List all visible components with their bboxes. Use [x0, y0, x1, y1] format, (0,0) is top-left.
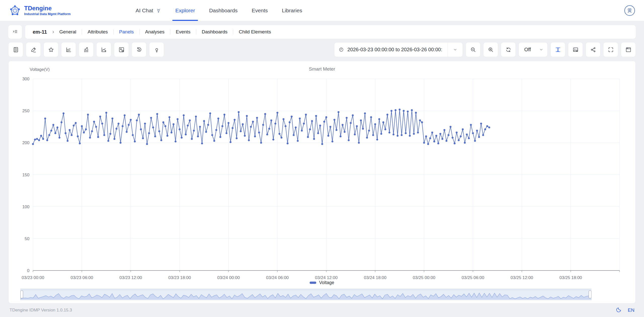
moon-icon	[616, 307, 622, 314]
nav-tab-explorer[interactable]: Explorer	[168, 0, 202, 21]
new-window-button[interactable]	[621, 42, 636, 57]
refresh-interval-select[interactable]: Off	[518, 42, 548, 57]
svg-text:100: 100	[22, 204, 29, 209]
chart-add-icon	[101, 46, 107, 53]
notebook-icon	[13, 46, 19, 53]
time-range-value: 2026-03-23 00:00:00 to 2026-03-26 00:00:	[347, 47, 448, 52]
svg-text:03/23 00:00: 03/23 00:00	[22, 275, 44, 280]
svg-text:03/23 12:00: 03/23 12:00	[119, 275, 142, 280]
nav-tab-label: Events	[252, 8, 268, 14]
voltage-chart-plot[interactable]: 05010015020025030003/23 00:0003/23 06:00…	[9, 61, 636, 287]
user-avatar[interactable]: 黄	[624, 5, 635, 16]
breadcrumb-root[interactable]: em-11	[33, 29, 47, 35]
export-image-button[interactable]	[568, 42, 583, 57]
svg-text:250: 250	[22, 109, 29, 113]
svg-text:03/25 00:00: 03/25 00:00	[413, 275, 435, 280]
refresh-interval-value: Off	[524, 47, 531, 52]
bulb-icon	[153, 46, 160, 53]
insight-button[interactable]	[149, 42, 164, 57]
brand-title: TDengine	[24, 5, 71, 12]
star-icon	[48, 46, 54, 53]
fullscreen-icon	[608, 46, 614, 53]
app-header: TDengine Industrial Data Mgmt Platform A…	[0, 0, 644, 21]
crumb-tab-dashboards[interactable]: Dashboards	[202, 29, 227, 35]
main-nav: AI ChatExplorerDashboardsEventsLibraries	[129, 0, 309, 21]
language-switch[interactable]: EN	[628, 307, 634, 313]
edit-button[interactable]	[26, 42, 41, 57]
scrubber-left-handle[interactable]	[21, 291, 23, 298]
svg-text:03/25 12:00: 03/25 12:00	[510, 275, 533, 280]
zoom-in-button[interactable]	[483, 42, 498, 57]
zoom-out-icon	[470, 46, 476, 53]
fullscreen-button[interactable]	[603, 42, 618, 57]
scrubber-right-handle[interactable]	[589, 291, 591, 298]
sidebar-toggle-button[interactable]	[8, 25, 22, 39]
nav-tab-label: AI Chat	[136, 8, 153, 14]
svg-text:03/24 06:00: 03/24 06:00	[266, 275, 289, 280]
svg-text:03/24 00:00: 03/24 00:00	[217, 275, 240, 280]
breadcrumb: em-11 GeneralAttributesPanelsAnalysesEve…	[25, 25, 636, 39]
crumb-tab-child-elements[interactable]: Child Elements	[239, 29, 271, 35]
resize-icon	[118, 46, 125, 53]
nav-tab-ai-chat[interactable]: AI Chat	[129, 0, 168, 21]
svg-text:03/23 18:00: 03/23 18:00	[168, 275, 191, 280]
resize-button[interactable]	[114, 42, 129, 57]
share-icon	[590, 46, 596, 53]
svg-text:03/23 06:00: 03/23 06:00	[70, 275, 93, 280]
chevron-down-icon	[539, 47, 544, 52]
nav-tab-label: Explorer	[175, 8, 195, 14]
ai-bulb-icon	[156, 8, 161, 13]
line-chart-icon	[65, 46, 72, 53]
clock-icon	[339, 47, 344, 52]
legend-marker	[310, 282, 316, 284]
dark-mode-toggle[interactable]	[616, 307, 622, 314]
crumb-tab-events[interactable]: Events	[176, 29, 190, 35]
brand-logo[interactable]: TDengine Industrial Data Mgmt Platform	[9, 5, 71, 16]
nav-tab-label: Dashboards	[209, 8, 237, 14]
separator	[233, 30, 233, 34]
chart-panel: Voltage(V) Smart Meter 05010015020025030…	[8, 61, 636, 303]
svg-text:03/24 18:00: 03/24 18:00	[364, 275, 386, 280]
svg-text:200: 200	[22, 140, 29, 145]
breadcrumb-row: em-11 GeneralAttributesPanelsAnalysesEve…	[8, 25, 636, 39]
collapse-panel-icon	[555, 46, 561, 53]
crumb-tab-panels[interactable]: Panels	[119, 29, 134, 35]
separator	[196, 30, 196, 34]
window-icon	[625, 46, 632, 53]
collapse-panel-button[interactable]	[550, 42, 565, 57]
line-chart-button[interactable]	[61, 42, 76, 57]
nav-tab-libraries[interactable]: Libraries	[275, 0, 309, 21]
crumb-tab-general[interactable]: General	[59, 29, 76, 35]
svg-text:0: 0	[27, 268, 29, 273]
nav-tab-label: Libraries	[282, 8, 302, 14]
crumb-chevron-icon	[51, 30, 55, 34]
svg-text:03/24 12:00: 03/24 12:00	[315, 275, 338, 280]
svg-text:300: 300	[22, 77, 29, 81]
history-icon	[136, 46, 142, 53]
sidebar-toggle-icon	[12, 29, 18, 35]
refresh-button[interactable]	[501, 42, 516, 57]
nav-tab-dashboards[interactable]: Dashboards	[202, 0, 245, 21]
svg-text:03/25 18:00: 03/25 18:00	[559, 275, 582, 280]
time-range-dropdown[interactable]	[448, 42, 463, 57]
add-chart-button[interactable]	[96, 42, 111, 57]
brand-subtitle: Industrial Data Mgmt Platform	[24, 12, 71, 16]
version-text: TDengine IDMP Version 1.0.15.3	[10, 308, 72, 313]
nav-tab-events[interactable]: Events	[245, 0, 275, 21]
tdengine-logo-icon	[9, 5, 21, 16]
panel-list-button[interactable]	[8, 42, 23, 57]
crumb-tab-analyses[interactable]: Analyses	[145, 29, 165, 35]
crumb-tab-attributes[interactable]: Attributes	[88, 29, 108, 35]
bar-chart-icon	[83, 46, 90, 53]
favorite-button[interactable]	[44, 42, 58, 57]
legend-item-voltage[interactable]: Voltage	[9, 280, 635, 285]
time-scrubber[interactable]	[20, 289, 591, 300]
history-button[interactable]	[132, 42, 146, 57]
separator	[82, 30, 82, 34]
time-range-picker[interactable]: 2026-03-23 00:00:00 to 2026-03-26 00:00:	[334, 42, 463, 57]
share-button[interactable]	[586, 42, 600, 57]
zoom-in-icon	[488, 46, 494, 53]
separator	[139, 30, 140, 34]
bar-chart-button[interactable]	[79, 42, 94, 57]
zoom-out-button[interactable]	[466, 42, 480, 57]
